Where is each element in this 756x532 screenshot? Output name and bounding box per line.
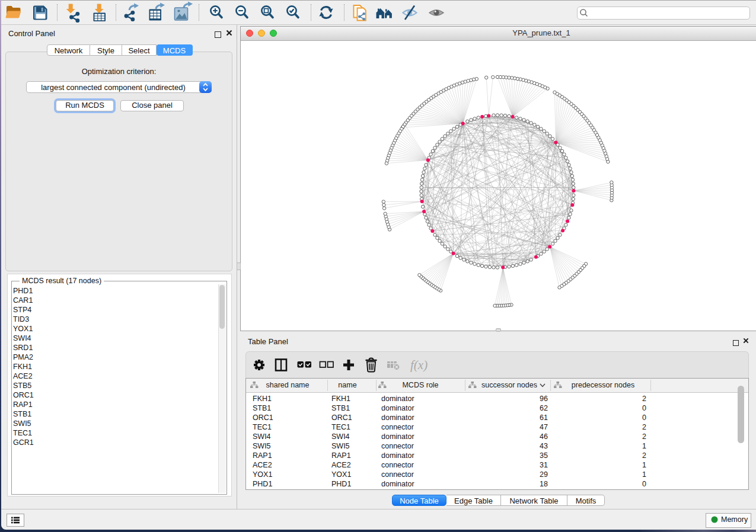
svg-text:f(x): f(x) bbox=[410, 358, 428, 372]
